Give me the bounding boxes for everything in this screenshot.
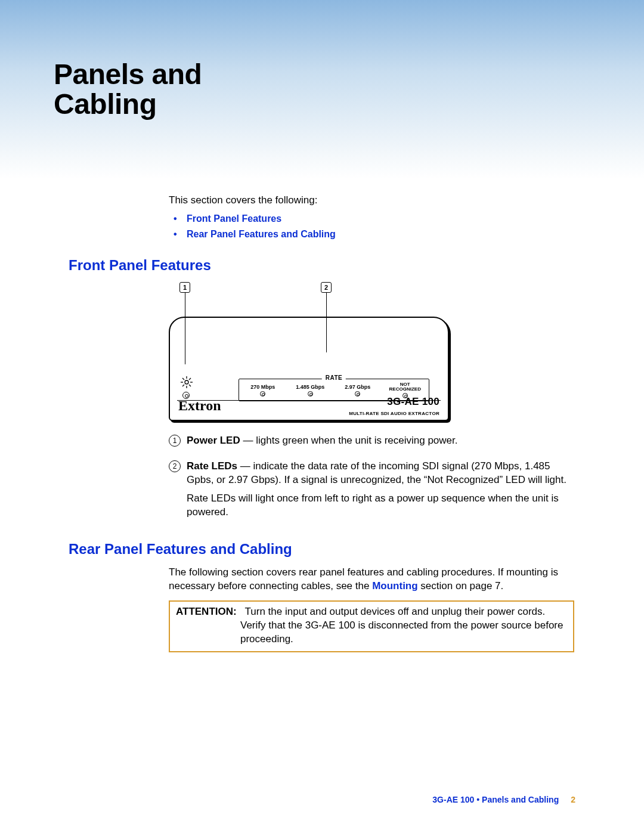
rate-label-297: 2.97 Gbps — [345, 384, 370, 390]
svg-line-8 — [189, 378, 191, 380]
brand-label: Extron — [178, 398, 221, 414]
feature-num-2: 2 — [169, 460, 181, 472]
intro-block: This section covers the following: Front… — [169, 194, 575, 240]
rate-led-270 — [260, 391, 265, 397]
page-title: Panels and Cabling — [54, 60, 644, 120]
page-header: Panels and Cabling — [0, 0, 644, 179]
title-line-1: Panels and — [54, 58, 202, 90]
power-led-icon — [181, 376, 191, 387]
callout-lead-1 — [185, 293, 185, 364]
rear-intro-post: section on page 7. — [418, 580, 504, 592]
title-line-2: Cabling — [54, 88, 157, 120]
rate-col-1485: 1.485 Gbps — [287, 379, 335, 401]
model-subtitle: MULTI-RATE SDI AUDIO EXTRACTOR — [349, 411, 439, 416]
attention-line-2: Verify that the 3G-AE 100 is disconnecte… — [240, 619, 567, 646]
footer-page-number: 2 — [571, 795, 575, 804]
rate-col-270: 270 Mbps — [239, 379, 287, 401]
intro-lead: This section covers the following: — [169, 194, 575, 208]
rate-led-297 — [355, 391, 360, 397]
svg-line-7 — [182, 385, 184, 386]
feature-list: 1 Power LED — lights green when the unit… — [169, 434, 575, 524]
section-heading-front-panel: Front Panel Features — [69, 257, 575, 274]
footer-section: Panels and Cabling — [482, 795, 559, 804]
callout-badge-2: 2 — [321, 282, 332, 293]
mounting-link[interactable]: Mounting — [372, 580, 417, 592]
model-label: 3G-AE 100 — [387, 396, 439, 408]
feature-desc-rate-leds: — indicate the data rate of the incoming… — [187, 460, 566, 485]
feature-item-power-led: 1 Power LED — lights green when the unit… — [169, 434, 575, 453]
feature-label-power-led: Power LED — [187, 435, 240, 446]
content-area: This section covers the following: Front… — [0, 179, 644, 652]
front-panel-diagram: 1 2 — [169, 282, 449, 421]
rate-led-1485 — [308, 391, 313, 397]
rate-col-297: 2.97 Gbps — [334, 379, 382, 401]
feature-item-rate-leds: 2 Rate LEDs — indicate the data rate of … — [169, 460, 575, 524]
rate-label-270: 270 Mbps — [250, 384, 275, 390]
section-heading-rear-panel: Rear Panel Features and Cabling — [69, 541, 575, 558]
callout-badge-1: 1 — [179, 282, 190, 293]
device-faceplate: RATE 270 Mbps 1.485 Gbps 2.97 Gbps — [169, 317, 449, 421]
svg-point-0 — [185, 380, 188, 384]
not-recognized-bottom: RECOGNIZED — [389, 386, 421, 392]
attention-line-1: Turn the input and output devices off an… — [245, 606, 546, 617]
callout-lead-2 — [326, 293, 327, 352]
toc-link-front-panel[interactable]: Front Panel Features — [174, 212, 575, 225]
rate-box-label: RATE — [322, 374, 346, 381]
attention-box: ATTENTION: Turn the input and output dev… — [169, 600, 574, 652]
feature-label-rate-leds: Rate LEDs — [187, 460, 237, 472]
feature-num-1: 1 — [169, 435, 181, 447]
rear-panel-intro: The following section covers rear panel … — [169, 566, 575, 593]
svg-line-5 — [182, 378, 184, 380]
footer-bullet: • — [474, 795, 482, 804]
toc-link-rear-panel[interactable]: Rear Panel Features and Cabling — [174, 228, 575, 241]
rate-label-1485: 1.485 Gbps — [296, 384, 324, 390]
svg-line-6 — [189, 385, 191, 386]
feature-desc-power-led: — lights green when the unit is receivin… — [240, 435, 458, 446]
toc-list: Front Panel Features Rear Panel Features… — [174, 212, 575, 240]
page-footer: 3G-AE 100 • Panels and Cabling2 — [432, 795, 575, 804]
attention-label: ATTENTION: — [176, 606, 237, 617]
footer-product: 3G-AE 100 — [432, 795, 474, 804]
feature-extra-rate-leds: Rate LEDs will light once from left to r… — [187, 492, 575, 519]
